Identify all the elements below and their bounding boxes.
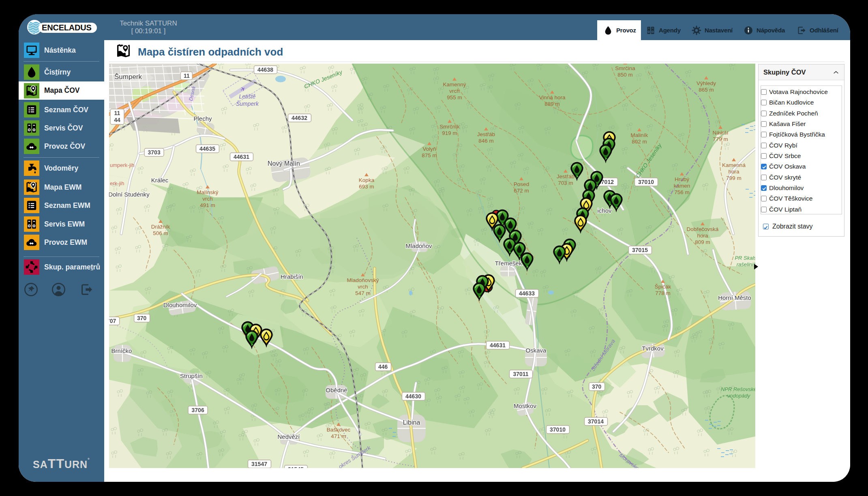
svg-text:rašeliniště: rašeliniště	[737, 261, 755, 267]
svg-text:672 m: 672 m	[514, 188, 529, 194]
svg-text:Dlouhomilov: Dlouhomilov	[163, 301, 197, 308]
svg-text:Kopka: Kopka	[359, 177, 375, 183]
svg-text:547 m: 547 m	[355, 290, 371, 296]
svg-text:Jestřáb: Jestřáb	[557, 173, 574, 180]
svg-text:506 m: 506 m	[153, 230, 168, 236]
svg-text:37015: 37015	[632, 247, 648, 253]
svg-text:11: 11	[184, 73, 190, 79]
svg-text:707: 707	[109, 318, 116, 324]
svg-text:Horní Město: Horní Město	[718, 294, 751, 301]
svg-text:37011: 37011	[513, 371, 528, 377]
svg-text:Mladoňovský: Mladoňovský	[347, 277, 379, 283]
svg-text:Smrčina: Smrčina	[615, 65, 635, 71]
svg-text:vrch: vrch	[358, 284, 368, 290]
svg-text:Špičák: Špičák	[655, 284, 671, 290]
svg-text:Výhledy: Výhledy	[697, 80, 716, 86]
svg-text:Maliník: Maliník	[631, 132, 648, 138]
svg-text:846 m: 846 m	[478, 138, 494, 144]
svg-text:Posed: Posed	[514, 181, 529, 187]
svg-text:erk-jih: erk-jih	[110, 180, 124, 186]
svg-text:Hrubý: Hrubý	[675, 176, 689, 182]
svg-text:kámen: kámen	[674, 183, 690, 189]
svg-text:vodopády: vodopády	[727, 393, 751, 399]
svg-text:491 m: 491 m	[200, 202, 215, 208]
svg-text:Libina: Libina	[403, 419, 420, 426]
svg-text:809 m: 809 m	[695, 239, 710, 245]
svg-text:Mladoňov: Mladoňov	[405, 242, 432, 249]
svg-text:44: 44	[114, 117, 120, 123]
svg-text:Šumperk: Šumperk	[114, 73, 142, 81]
svg-text:865 m: 865 m	[699, 87, 714, 93]
svg-text:44635: 44635	[199, 145, 215, 152]
svg-text:31547: 31547	[251, 461, 267, 467]
svg-text:37010: 37010	[550, 426, 566, 433]
svg-text:Smrčník: Smrčník	[439, 124, 460, 130]
svg-text:Šumperk: Šumperk	[236, 100, 259, 107]
svg-text:Obědné: Obědné	[326, 387, 347, 393]
svg-text:756 m: 756 m	[674, 189, 690, 195]
svg-text:Třemešek: Třemešek	[495, 260, 522, 267]
svg-text:vrch: vrch	[449, 88, 460, 94]
svg-text:Plechy: Plechy	[193, 115, 212, 122]
svg-text:Nedvězí: Nedvězí	[277, 433, 300, 440]
svg-text:44630: 44630	[405, 393, 421, 400]
svg-text:PR Skalské: PR Skalské	[735, 255, 755, 261]
svg-text:Kamenný: Kamenný	[443, 81, 466, 88]
svg-text:Malínský: Malínský	[197, 189, 219, 195]
svg-text:Mostkov: Mostkov	[514, 402, 536, 409]
svg-text:Drážník: Drážník	[151, 224, 170, 230]
svg-text:Volyň: Volyň	[422, 146, 436, 152]
svg-text:446: 446	[378, 363, 388, 370]
svg-text:370: 370	[137, 315, 147, 321]
svg-text:Kamenná: Kamenná	[722, 162, 746, 168]
svg-text:hora: hora	[728, 169, 739, 175]
svg-text:Baškovec: Baškovec	[327, 427, 351, 433]
svg-text:703 m: 703 m	[558, 180, 573, 186]
svg-text:44632: 44632	[291, 115, 307, 121]
svg-text:37010: 37010	[638, 179, 654, 185]
svg-text:3706: 3706	[192, 407, 204, 413]
svg-text:Nový Malín: Nový Malín	[268, 160, 300, 167]
svg-text:889 m: 889 m	[544, 101, 560, 107]
svg-text:Letiště: Letiště	[239, 93, 255, 100]
svg-text:802 m: 802 m	[632, 139, 647, 145]
svg-text:Dobřečovská: Dobřečovská	[687, 226, 719, 232]
svg-text:778 m: 778 m	[655, 290, 671, 296]
svg-text:955 m: 955 m	[447, 94, 462, 100]
svg-text:hora: hora	[697, 233, 708, 239]
svg-text:Hrabišín: Hrabišín	[281, 273, 303, 280]
svg-text:Oskava: Oskava	[526, 347, 547, 354]
svg-text:799 m: 799 m	[726, 175, 742, 181]
svg-text:44631: 44631	[234, 154, 249, 160]
svg-text:Vinná hora: Vinná hora	[539, 94, 566, 100]
svg-text:Tvrdkov: Tvrdkov	[642, 345, 664, 352]
svg-text:37014: 37014	[588, 418, 604, 425]
svg-text:11: 11	[114, 110, 120, 116]
svg-text:31545: 31545	[288, 466, 304, 468]
svg-text:vrch: vrch	[202, 196, 213, 202]
svg-text:44633: 44633	[519, 290, 535, 297]
svg-text:850 m: 850 m	[617, 72, 633, 78]
svg-text:Jestřáb: Jestřáb	[477, 131, 495, 137]
svg-text:779 m: 779 m	[713, 136, 728, 142]
svg-text:Králec: Králec	[151, 177, 169, 184]
svg-text:Dolní Studénky: Dolní Studénky	[109, 191, 150, 198]
svg-text:44638: 44638	[257, 66, 273, 73]
svg-text:Návrší: Návrší	[712, 130, 728, 136]
svg-text:44631: 44631	[490, 342, 506, 348]
svg-text:919 m: 919 m	[442, 130, 457, 136]
svg-text:Strupšín: Strupšín	[180, 372, 203, 379]
svg-text:471 m: 471 m	[331, 433, 346, 439]
svg-text:3703: 3703	[148, 149, 161, 156]
svg-text:Brníčko: Brníčko	[111, 347, 132, 354]
svg-text:693 m: 693 m	[359, 184, 374, 190]
svg-text:370: 370	[592, 383, 602, 390]
svg-text:umperk-jih: umperk-jih	[110, 162, 135, 168]
svg-text:875 m: 875 m	[422, 152, 437, 158]
svg-text:NPR Rešovské: NPR Rešovské	[721, 386, 755, 392]
